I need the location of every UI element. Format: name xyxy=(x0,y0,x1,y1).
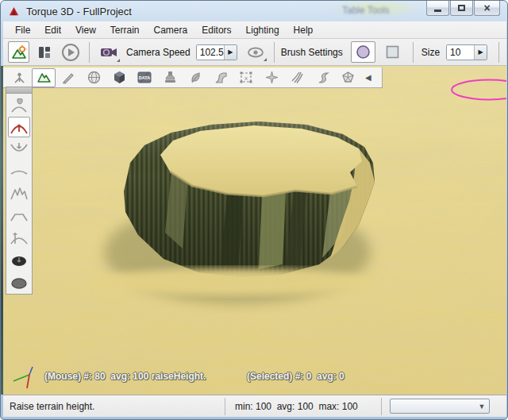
mesh-road-editor-button[interactable] xyxy=(208,68,233,87)
minimize-icon xyxy=(434,10,441,12)
circle-brush-icon xyxy=(356,44,371,60)
camera-icon xyxy=(100,46,117,59)
datablock-editor-button[interactable]: DATA xyxy=(132,68,157,87)
menu-file[interactable]: File xyxy=(8,22,37,38)
stamp-icon xyxy=(163,70,178,85)
maximize-button[interactable] xyxy=(450,1,473,16)
datablock-icon: DATA xyxy=(137,70,152,85)
palette-drag-handle[interactable] xyxy=(6,87,32,94)
menu-lighting[interactable]: Lighting xyxy=(239,22,287,38)
terrain-tool-palette xyxy=(6,87,33,295)
leaf-icon xyxy=(188,70,203,85)
main-toolbar: Camera Speed 102.5 ▶ Brush Settings Size xyxy=(3,39,506,66)
grab-terrain-button[interactable] xyxy=(7,94,31,116)
menu-view[interactable]: View xyxy=(68,22,103,38)
toolbox-button[interactable] xyxy=(34,42,55,63)
toolbar-overflow-chevron-icon[interactable]: ◀ xyxy=(365,73,371,82)
terrain-editor-icon xyxy=(37,70,52,85)
paint-noise-button[interactable] xyxy=(7,183,31,204)
menu-editors[interactable]: Editors xyxy=(194,22,238,38)
terrain-editor-button[interactable] xyxy=(32,68,56,87)
svg-text:DATA: DATA xyxy=(139,75,150,80)
clear-terrain-icon xyxy=(10,252,29,269)
brush-size-spinner[interactable]: 10 ▶ xyxy=(446,44,487,60)
shape-editor-button[interactable] xyxy=(106,68,132,87)
selection-area-icon: x xyxy=(238,70,254,85)
paintbrush-icon xyxy=(61,70,76,85)
torque-logo-icon xyxy=(8,6,20,17)
set-empty-icon xyxy=(10,274,29,291)
brush-size-spin-arrow-icon[interactable]: ▶ xyxy=(474,45,487,60)
play-icon xyxy=(61,43,80,62)
title-bar[interactable]: Table Tools Torque 3D - FullProject × xyxy=(1,1,507,21)
camera-speed-label: Camera Speed xyxy=(126,47,190,58)
flatten-icon xyxy=(10,207,29,225)
menu-terrain[interactable]: Terrain xyxy=(103,22,147,38)
flatten-button[interactable] xyxy=(7,205,31,226)
status-stats: min: 100 avg: 100 max: 100 xyxy=(225,401,381,412)
terrain-render xyxy=(3,66,506,395)
app-window: Table Tools Torque 3D - FullProject × Fi… xyxy=(0,0,508,420)
camera-speed-spinner[interactable]: 102.5 ▶ xyxy=(196,44,237,60)
road-icon xyxy=(214,70,229,85)
close-button[interactable]: × xyxy=(474,1,500,16)
visibility-button[interactable] xyxy=(244,43,267,62)
camera-speed-spin-arrow-icon[interactable]: ▶ xyxy=(224,45,237,60)
winding-road-icon xyxy=(315,70,330,85)
raise-height-button[interactable] xyxy=(8,117,30,137)
status-hint: Raise terrain height. xyxy=(3,401,225,412)
mission-area-editor-button[interactable]: x xyxy=(233,68,259,87)
raise-height-icon xyxy=(10,118,29,136)
menu-bar: File Edit View Terrain Camera Editors Li… xyxy=(3,21,506,39)
status-bar: Raise terrain height. min: 100 avg: 100 … xyxy=(3,395,506,417)
set-height-button[interactable] xyxy=(7,227,31,249)
window-title: Torque 3D - FullProject xyxy=(26,6,132,17)
cube-icon xyxy=(112,70,127,85)
play-button[interactable] xyxy=(60,41,82,64)
decal-road-editor-button[interactable] xyxy=(310,68,335,87)
box-brush-button[interactable] xyxy=(383,42,403,63)
terrain-painter-button[interactable] xyxy=(56,68,81,87)
smooth-button[interactable] xyxy=(7,160,31,182)
lower-height-icon xyxy=(10,141,29,158)
convex-shape-editor-button[interactable] xyxy=(335,68,360,87)
material-editor-button[interactable] xyxy=(81,68,106,87)
clear-terrain-button[interactable] xyxy=(7,249,31,271)
particle-editor-button[interactable] xyxy=(259,68,284,87)
ellipse-brush-button[interactable] xyxy=(351,41,375,63)
status-dropdown[interactable]: ▼ xyxy=(390,399,490,414)
camera-menu-button[interactable] xyxy=(97,42,121,63)
statusbar-separator xyxy=(381,398,382,415)
eye-icon xyxy=(247,47,264,58)
visibility-dropdown-arrow-icon xyxy=(264,58,267,61)
minimize-button[interactable] xyxy=(426,1,449,16)
menu-help[interactable]: Help xyxy=(287,22,321,38)
camera-dropdown-arrow-icon xyxy=(117,59,120,62)
river-editor-button[interactable] xyxy=(284,68,310,87)
terrain-viewport[interactable]: DATA xyxy=(3,66,506,395)
menu-edit[interactable]: Edit xyxy=(37,22,68,38)
sparkle-icon xyxy=(264,70,279,85)
selected-status-text: (Selected) #: 0 avg: 0 xyxy=(247,371,344,382)
decal-editor-button[interactable] xyxy=(157,68,183,87)
editor-toolbar: DATA xyxy=(3,67,383,88)
set-height-icon xyxy=(10,229,29,247)
square-brush-icon xyxy=(386,45,399,59)
object-editor-button[interactable] xyxy=(6,68,32,87)
size-label: Size xyxy=(421,47,440,58)
close-icon: × xyxy=(483,2,490,13)
gizmo-arrows-icon xyxy=(12,70,27,85)
brush-size-value[interactable]: 10 xyxy=(447,45,474,60)
camera-speed-value[interactable]: 102.5 xyxy=(197,45,224,60)
blocks-icon xyxy=(37,45,52,60)
maximize-icon xyxy=(458,5,465,11)
brush-settings-label: Brush Settings xyxy=(281,47,343,58)
smooth-icon xyxy=(10,163,29,180)
set-empty-button[interactable] xyxy=(7,272,31,293)
lower-height-button[interactable] xyxy=(7,138,31,160)
globe-icon xyxy=(87,70,102,85)
world-editor-button[interactable] xyxy=(8,41,29,63)
forest-editor-button[interactable] xyxy=(183,68,208,87)
menu-camera[interactable]: Camera xyxy=(147,22,195,38)
mouse-status-text: (Mouse) #: 80 avg: 100 raiseHeight. xyxy=(44,371,206,382)
